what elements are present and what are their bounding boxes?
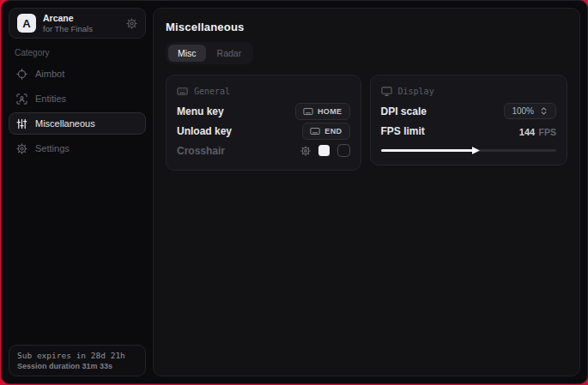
tab-radar[interactable]: Radar [208,45,252,62]
subscription-footer-card: Sub expires in 28d 21h Session duration … [9,345,146,376]
fps-limit-slider[interactable] [381,146,556,155]
display-card-header: Display [381,86,556,97]
crosshair-color-swatch[interactable] [318,145,330,156]
crosshair-row: Crosshair [177,141,350,160]
fps-limit-row: FPS limit 144 FPS [381,121,556,141]
slider-thumb[interactable] [472,147,480,154]
menu-key-value: HOME [318,107,342,116]
page-title: Miscellaneous [166,21,567,33]
crosshair-label: Crosshair [177,145,225,157]
category-label: Category [15,48,50,57]
crosshair-icon [16,69,27,80]
display-card-title: Display [398,87,434,96]
sub-expires-text: Sub expires in 28d 21h [17,351,137,360]
display-card: Display DPI scale 100% FPS limit [370,75,567,165]
sidebar-item-label: Miscellaneous [35,118,95,129]
main-panel: Miscellaneous Misc Radar General [153,8,580,376]
app-header-card: A Arcane for The Finals [9,8,146,39]
app-subtitle: for The Finals [43,24,93,33]
sidebar-item-entities[interactable]: Entities [9,87,146,110]
sliders-icon [16,118,27,129]
sidebar-item-label: Settings [35,143,70,153]
sidebar-item-aimbot[interactable]: Aimbot [9,63,146,85]
general-card: General Menu key HOME Unload key [166,75,361,171]
sidebar-item-label: Aimbot [35,69,64,79]
sidebar-nav: Aimbot Entities Miscella [9,63,146,159]
menu-key-label: Menu key [177,105,224,117]
keyboard-icon [310,126,320,136]
unload-key-bind-button[interactable]: END [302,123,349,140]
unload-key-label: Unload key [177,125,232,137]
entities-scan-icon [16,93,27,105]
app-logo: A [17,14,36,33]
menu-key-row: Menu key HOME [177,101,350,121]
unload-key-row: Unload key END [177,121,350,141]
chevrons-up-down-icon [539,106,549,116]
fps-limit-value: 144 FPS [519,123,556,139]
sidebar-item-settings[interactable]: Settings [9,137,146,159]
sidebar: A Arcane for The Finals Category [2,1,152,383]
fps-number: 144 [519,127,535,137]
dpi-scale-row: DPI scale 100% [381,101,556,121]
app-window: A Arcane for The Finals Category [1,0,588,384]
crosshair-enabled-checkbox[interactable] [337,144,350,157]
sidebar-item-miscellaneous[interactable]: Miscellaneous [9,112,146,135]
monitor-icon [381,86,392,97]
general-card-title: General [194,87,230,96]
general-card-header: General [177,86,350,97]
gear-icon[interactable] [126,18,137,29]
crosshair-settings-gear-icon[interactable] [300,146,311,156]
gear-icon [16,143,27,154]
app-header-titles: Arcane for The Finals [43,13,93,33]
session-duration-text: Session duration 31m 33s [17,362,137,370]
fps-slider-fill [381,149,474,152]
unload-key-value: END [324,127,342,135]
crosshair-controls [300,144,350,157]
settings-cards: General Menu key HOME Unload key [166,75,567,171]
fps-limit-label: FPS limit [381,125,425,137]
dpi-scale-value: 100% [512,106,534,116]
sidebar-item-label: Entities [35,93,66,104]
keyboard-icon [177,86,188,97]
fps-unit: FPS [539,127,556,137]
tab-misc[interactable]: Misc [168,45,206,62]
app-title: Arcane [43,13,93,24]
dpi-scale-select[interactable]: 100% [504,103,556,119]
dpi-scale-label: DPI scale [381,105,427,117]
menu-key-bind-button[interactable]: HOME [295,103,350,120]
tab-bar: Misc Radar [166,42,253,64]
keyboard-icon [303,106,313,117]
